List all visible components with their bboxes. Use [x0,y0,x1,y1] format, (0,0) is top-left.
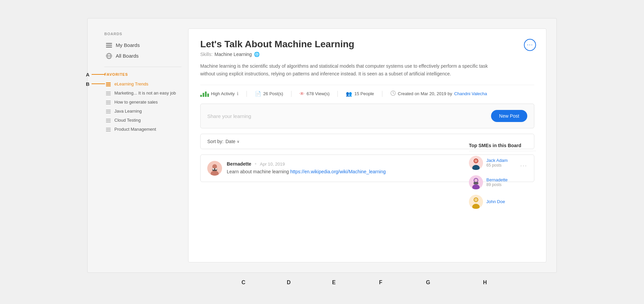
fav-sales-icon [106,100,111,105]
created-icon [390,90,396,97]
bar-1 [200,95,202,97]
sidebar-item-my-boards[interactable]: My Boards [104,40,181,51]
main-layout: BOARDS My Boards [87,18,557,273]
all-boards-icon [106,53,112,59]
sme-avatar-john [469,195,483,209]
fav-cloud-icon [106,118,111,123]
board-stats: High Activity ℹ 📄 26 Post(s) 👁 678 View(… [200,90,534,97]
activity-info-icon: ℹ [237,91,238,96]
sme-posts-bernadette: 89 posts [486,182,508,187]
sme-info-john: John Doe [486,199,505,204]
share-area[interactable]: Share your learning New Post [200,104,534,128]
sme-item-john: John Doe [469,195,536,209]
svg-rect-11 [106,95,111,96]
bar-4 [207,94,209,97]
sidebar-fav-sales[interactable]: How to generate sales [104,98,181,107]
svg-rect-39 [474,182,478,184]
fav-marketing-icon [106,91,111,96]
svg-point-34 [474,159,478,163]
svg-rect-7 [106,84,111,85]
all-boards-label: All Boards [116,53,139,59]
annotation-g: G [426,280,430,286]
people-count: 15 People [354,91,374,96]
sort-label: Sort by: [207,139,223,144]
bar-3 [205,92,207,97]
sme-title: Top SMEs in this Board [469,143,536,151]
creator-link[interactable]: Chandni Valecha [454,91,487,96]
annotation-e: E [332,280,336,286]
annotation-c: C [241,280,246,286]
bar-2 [203,93,204,97]
svg-rect-21 [106,128,111,129]
fav-marketing-label: Marketing... It is not an easy job [114,90,176,96]
fav-product-icon [106,127,111,132]
post-author-name: Bernadette [227,161,251,167]
activity-stat: High Activity ℹ [200,91,238,97]
post-link[interactable]: https://en.wikipedia.org/wiki/Machine_le… [290,169,386,174]
sidebar-fav-elearning[interactable]: eLearning Trends [104,80,181,89]
sme-item-bernadette: Bernadette 89 posts [469,175,536,189]
annotation-b: B [86,81,90,87]
svg-rect-13 [106,102,111,103]
sidebar-fav-marketing[interactable]: Marketing... It is not an easy job [104,89,181,98]
svg-rect-15 [106,110,111,111]
svg-rect-0 [106,43,112,44]
sme-name-john[interactable]: John Doe [486,199,505,204]
fav-elearning-icon [106,82,111,87]
board-skills: Skills: Machine Learning 🌐 [200,52,534,57]
sidebar-item-all-boards[interactable]: All Boards [104,51,181,61]
svg-rect-1 [106,45,112,46]
svg-rect-14 [106,104,111,105]
posts-count: 26 Post(s) [263,91,283,96]
boards-section-label: BOARDS [104,32,181,36]
svg-rect-17 [106,113,111,114]
svg-rect-18 [106,119,111,120]
created-stat: Created on Mar 20, 2019 by Chandni Valec… [390,90,487,97]
sme-avatar-jack [469,156,483,170]
annotation-f: F [379,280,382,286]
sidebar-divider [104,67,181,67]
svg-point-38 [474,179,478,182]
annotation-d: D [287,280,291,286]
posts-stat: 📄 26 Post(s) [255,91,283,97]
skills-value: Machine Learning [215,52,252,57]
fav-cloud-label: Cloud Testing [114,118,141,123]
activity-bars [200,91,209,97]
stat-divider-2 [291,91,291,97]
sidebar-fav-cloud[interactable]: Cloud Testing [104,116,181,125]
board-header: Let's Talk About Machine Learning Skills… [200,39,534,57]
svg-rect-8 [106,85,111,86]
favorites-section-label: FAVORITES [104,72,181,76]
more-options-button[interactable]: ··· [524,39,536,51]
new-post-button[interactable]: New Post [491,110,527,122]
sidebar-fav-java[interactable]: Java Learning [104,107,181,116]
board-divider [200,85,534,85]
fav-product-label: Product Management [114,127,156,132]
sort-dropdown[interactable]: Date ∨ [225,139,239,144]
fav-java-label: Java Learning [114,109,142,114]
sme-avatar-bernadette [469,175,483,189]
sme-item-jack: Jack Adam 65 posts [469,156,536,170]
people-stat: 👥 15 People [346,91,374,97]
sme-name-jack[interactable]: Jack Adam [486,158,508,163]
globe-icon: 🌐 [254,52,260,57]
svg-rect-6 [106,82,111,83]
stat-divider-4 [382,91,382,97]
sme-name-bernadette[interactable]: Bernadette [486,177,508,182]
post-author-avatar [207,161,222,176]
skills-label: Skills: [200,52,213,57]
annotation-h: H [483,280,487,286]
post-text: Learn about machine learning [227,169,290,174]
stat-divider-3 [337,91,338,97]
sidebar-fav-product[interactable]: Product Management [104,125,181,134]
share-placeholder: Share your learning [207,113,251,119]
board-description: Machine learning is the scientific study… [200,62,502,78]
post-date: Apr 10, 2019 [260,162,285,167]
sort-value: Date [225,139,235,144]
views-stat: 👁 678 View(s) [300,91,329,97]
svg-rect-22 [106,129,111,130]
svg-point-43 [474,198,478,201]
board-title: Let's Talk About Machine Learning [200,39,534,50]
stat-divider-1 [247,91,247,97]
svg-point-30 [215,168,217,170]
